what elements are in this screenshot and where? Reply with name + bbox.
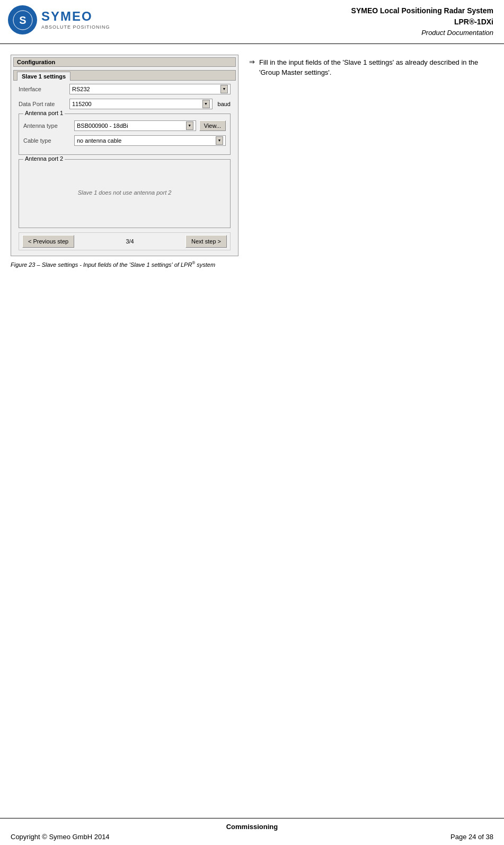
baud-label: baud: [218, 101, 231, 107]
cable-type-row: Cable type no antenna cable ▼: [23, 135, 226, 146]
footer-page: Page 24 of 38: [450, 833, 493, 841]
antenna-port2-group: Antenna port 2 Slave 1 does not use ante…: [19, 159, 231, 228]
figure-caption: Figure 23 – Slave settings - Input field…: [11, 260, 238, 269]
antenna-port1-group: Antenna port 1 Antenna type BSB000900 - …: [19, 114, 231, 155]
next-step-button[interactable]: Next step >: [185, 235, 227, 248]
footer-copyright: Copyright © Symeo GmbH 2014: [11, 833, 110, 841]
antenna-type-select[interactable]: BSB000900 - 18dBi ▼: [74, 120, 196, 131]
antenna-type-select-wrapper[interactable]: BSB000900 - 18dBi ▼: [74, 120, 196, 131]
nav-bar: < Previous step 3/4 Next step >: [19, 232, 231, 250]
antenna-port1-title: Antenna port 1: [23, 110, 65, 116]
footer-section: Commissioning: [11, 823, 493, 831]
data-port-rate-row: Data Port rate 115200 ▼ baud: [19, 99, 231, 109]
instruction-item-1: ⇒ Fill in the input fields of the 'Slave…: [249, 57, 493, 78]
interface-row: Interface RS232 ▼: [19, 84, 231, 94]
data-port-rate-select[interactable]: 115200 ▼: [69, 99, 213, 109]
antenna-type-row: Antenna type BSB000900 - 18dBi ▼ View...: [23, 120, 226, 131]
page-footer: Commissioning Copyright © Symeo GmbH 201…: [0, 818, 504, 845]
dialog-body: Interface RS232 ▼ Data Port rate 115200: [13, 81, 236, 254]
antenna-type-label: Antenna type: [23, 123, 71, 129]
logo-text-area: SYMEO ABSOLUTE POSITIONING: [41, 10, 110, 30]
arrow-icon-1: ⇒: [249, 58, 255, 66]
interface-value: RS232: [72, 86, 90, 92]
dialog-box: Configuration Slave 1 settings Interface…: [11, 55, 238, 256]
main-content: Configuration Slave 1 settings Interface…: [0, 44, 504, 275]
antenna-type-arrow: ▼: [186, 121, 193, 130]
view-button[interactable]: View...: [199, 120, 226, 131]
title-line2: LPR®-1DXi: [351, 16, 493, 28]
interface-arrow: ▼: [220, 85, 228, 93]
logo-name: SYMEO: [41, 10, 110, 23]
logo-tagline: ABSOLUTE POSITIONING: [41, 24, 110, 30]
interface-select-wrapper[interactable]: RS232 ▼: [69, 84, 231, 94]
title-line1: SYMEO Local Positioning Radar System: [351, 5, 493, 16]
antenna-type-controls: BSB000900 - 18dBi ▼ View...: [74, 120, 226, 131]
figure-caption-text: Figure 23 – Slave settings - Input field…: [11, 262, 215, 268]
data-port-rate-select-wrapper[interactable]: 115200 ▼: [69, 99, 213, 109]
logo-circle: S: [8, 5, 37, 34]
title-line3: Product Documentation: [351, 28, 493, 38]
slave-settings-tab[interactable]: Slave 1 settings: [17, 72, 70, 81]
cable-type-select[interactable]: no antenna cable ▼: [74, 135, 226, 146]
interface-select[interactable]: RS232 ▼: [69, 84, 231, 94]
instructions-panel: ⇒ Fill in the input fields of the 'Slave…: [249, 55, 493, 269]
dialog-titlebar: Configuration: [13, 57, 236, 67]
footer-bottom: Copyright © Symeo GmbH 2014 Page 24 of 3…: [11, 833, 493, 841]
data-port-rate-arrow: ▼: [202, 100, 210, 108]
antenna-type-value: BSB000900 - 18dBi: [77, 123, 128, 129]
antenna-port2-title: Antenna port 2: [23, 155, 65, 162]
cable-type-value: no antenna cable: [77, 137, 121, 144]
antenna-port1-content: Antenna type BSB000900 - 18dBi ▼ View...: [23, 120, 226, 146]
nav-page-indicator: 3/4: [126, 238, 134, 245]
interface-label: Interface: [19, 86, 66, 92]
cable-type-label: Cable type: [23, 137, 71, 144]
config-panel: Configuration Slave 1 settings Interface…: [11, 55, 238, 269]
cable-type-select-wrapper[interactable]: no antenna cable ▼: [74, 135, 226, 146]
page-header: S SYMEO ABSOLUTE POSITIONING SYMEO Local…: [0, 0, 504, 44]
logo-area: S SYMEO ABSOLUTE POSITIONING: [8, 5, 110, 34]
svg-text:S: S: [19, 14, 26, 26]
data-port-rate-label: Data Port rate: [19, 101, 66, 107]
header-title: SYMEO Local Positioning Radar System LPR…: [351, 5, 493, 38]
data-port-rate-value: 115200: [72, 101, 92, 107]
previous-step-button[interactable]: < Previous step: [22, 235, 74, 248]
instruction-text-1: Fill in the input fields of the 'Slave 1…: [259, 57, 493, 78]
cable-type-arrow: ▼: [216, 136, 223, 145]
antenna-port2-message: Slave 1 does not use antenna port 2: [78, 189, 172, 196]
antenna-port2-content: Slave 1 does not use antenna port 2: [23, 166, 226, 219]
